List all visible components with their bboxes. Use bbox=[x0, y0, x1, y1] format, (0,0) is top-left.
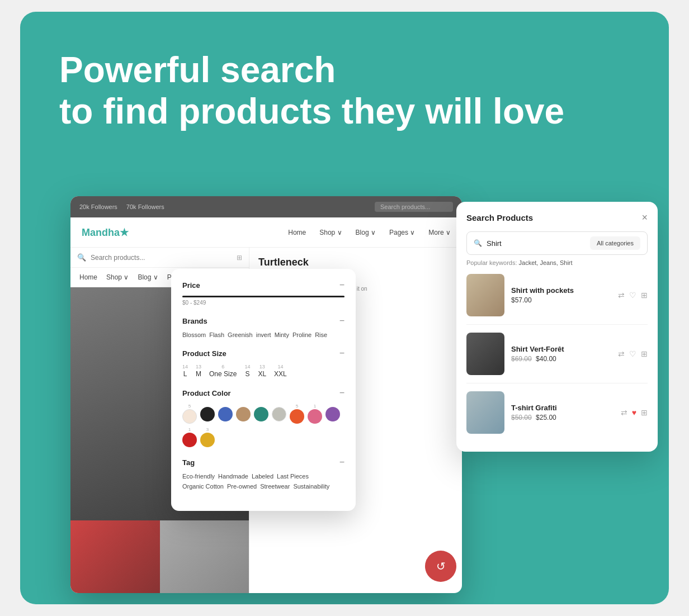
tag-sustainability[interactable]: Sustainability bbox=[293, 483, 329, 490]
subnav-home[interactable]: Home bbox=[79, 273, 97, 281]
tag-streetwear[interactable]: Streetwear bbox=[260, 483, 290, 490]
subnav-blog[interactable]: Blog ∨ bbox=[138, 273, 158, 281]
bottom-img-1 bbox=[70, 520, 160, 593]
search-panel-input[interactable] bbox=[487, 239, 586, 248]
wishlist-icon[interactable]: ♡ bbox=[629, 291, 636, 300]
size-filter-s[interactable]: 14S bbox=[244, 364, 250, 378]
brand-greenish[interactable]: Greenish bbox=[228, 331, 253, 338]
product-price-2: $69.00 $40.00 bbox=[511, 355, 611, 363]
color-pink[interactable]: 1 bbox=[308, 404, 322, 424]
store-bottom-images bbox=[70, 520, 249, 593]
color-blue[interactable] bbox=[218, 406, 233, 421]
subnav-shop[interactable]: Shop ∨ bbox=[106, 273, 129, 281]
options-icon-2[interactable]: ⊞ bbox=[641, 349, 648, 358]
divider-1 bbox=[466, 324, 648, 325]
search-result-3[interactable]: T-shirt Grafiti $50.00 $25.00 ⇄ ♥ ⊞ bbox=[466, 391, 648, 434]
product-info-3: T-shirt Grafiti $50.00 $25.00 bbox=[511, 404, 614, 421]
search-panel-search-row[interactable]: 🔍 All categories bbox=[466, 231, 648, 255]
compare-icon-3[interactable]: ⇄ bbox=[621, 408, 627, 417]
brand-flash[interactable]: Flash bbox=[209, 331, 224, 338]
price-range-fill bbox=[182, 296, 344, 297]
close-icon[interactable]: × bbox=[641, 212, 648, 224]
options-icon[interactable]: ⊞ bbox=[641, 291, 648, 300]
product-price-3: $50.00 $25.00 bbox=[511, 414, 614, 421]
size-filter-xxl[interactable]: 14XXL bbox=[274, 364, 287, 378]
tag-labeled[interactable]: Labeled bbox=[252, 473, 273, 480]
tag-last-pieces[interactable]: Last Pieces bbox=[277, 473, 309, 480]
filter-color-toggle[interactable]: − bbox=[339, 388, 344, 398]
tags-list: Eco-friendly Handmade Labeled Last Piece… bbox=[182, 473, 344, 490]
color-black[interactable] bbox=[200, 406, 215, 421]
search-result-1[interactable]: Shirt with pockets $57.00 ⇄ ♡ ⊞ bbox=[466, 274, 648, 316]
social-followers: 20k Followers 70k Followers bbox=[79, 203, 164, 210]
color-tan[interactable] bbox=[236, 406, 251, 421]
filter-color-title: Product Color bbox=[182, 389, 231, 397]
compare-icon-2[interactable]: ⇄ bbox=[618, 349, 625, 358]
filter-tag: Tag − Eco-friendly Handmade Labeled Last… bbox=[182, 457, 344, 490]
product-name-3: T-shirt Grafiti bbox=[511, 404, 614, 412]
color-purple[interactable] bbox=[325, 406, 340, 421]
price-range-labels: $0 - $249 bbox=[182, 300, 344, 306]
brand-minty[interactable]: Minty bbox=[275, 331, 289, 338]
tag-eco[interactable]: Eco-friendly bbox=[182, 473, 215, 480]
topbar-search[interactable]: Search products... bbox=[375, 202, 453, 212]
search-icon: 🔍 bbox=[77, 253, 86, 262]
filter-size-title: Product Size bbox=[182, 349, 226, 358]
filter-color-header: Product Color − bbox=[182, 388, 344, 398]
filter-size-toggle[interactable]: − bbox=[339, 348, 344, 358]
filter-price-toggle[interactable]: − bbox=[339, 280, 344, 290]
color-beige[interactable]: 5 bbox=[182, 404, 197, 424]
nav-more[interactable]: More ∨ bbox=[428, 229, 451, 236]
product-price-1: $57.00 bbox=[511, 296, 611, 304]
product-actions-1: ⇄ ♡ ⊞ bbox=[618, 291, 648, 300]
store-logo: Mandha★ bbox=[82, 226, 129, 239]
hero-title: Powerful search to find products they wi… bbox=[59, 50, 630, 132]
brand-proline[interactable]: Proline bbox=[292, 331, 312, 338]
tag-preowned[interactable]: Pre-owned bbox=[227, 483, 257, 490]
search-panel-title: Search Products bbox=[466, 213, 533, 222]
brand-blossom[interactable]: Blossom bbox=[182, 331, 206, 338]
product-image-1 bbox=[466, 274, 504, 316]
filter-brands-toggle[interactable]: − bbox=[339, 316, 344, 326]
size-filter-l[interactable]: 14L bbox=[182, 364, 188, 378]
product-title: Turtleneck bbox=[258, 257, 453, 268]
color-teal[interactable] bbox=[254, 406, 268, 421]
wishlist-icon-2[interactable]: ♡ bbox=[629, 349, 636, 358]
category-dropdown[interactable]: All categories bbox=[590, 236, 640, 250]
outer-card: Powerful search to find products they wi… bbox=[20, 12, 669, 604]
store-topbar: 20k Followers 70k Followers Search produ… bbox=[70, 196, 462, 217]
color-orange[interactable]: 5 bbox=[290, 404, 304, 424]
nav-pages[interactable]: Pages ∨ bbox=[389, 229, 415, 236]
options-icon-3[interactable]: ⊞ bbox=[641, 408, 648, 417]
filter-size-header: Product Size − bbox=[182, 348, 344, 358]
bottom-img-2 bbox=[160, 520, 249, 593]
nav-blog[interactable]: Blog ∨ bbox=[356, 229, 376, 236]
color-yellow[interactable]: 3 bbox=[200, 427, 215, 447]
store-search-bar[interactable]: 🔍 ⊞ bbox=[70, 248, 249, 268]
search-icon: 🔍 bbox=[474, 239, 482, 247]
brand-invert[interactable]: invert bbox=[256, 331, 271, 338]
search-panel-header: Search Products × bbox=[466, 212, 648, 224]
search-result-2[interactable]: Shirt Vert-Forêt $69.00 $40.00 ⇄ ♡ ⊞ bbox=[466, 333, 648, 375]
color-red[interactable]: 1 bbox=[182, 427, 197, 447]
color-silver[interactable] bbox=[272, 406, 286, 421]
filter-price-header: Price − bbox=[182, 280, 344, 290]
filter-panel: Price − $0 - $249 Brands − Blossom Flash… bbox=[171, 269, 356, 511]
filter-tag-toggle[interactable]: − bbox=[339, 457, 344, 467]
wishlist-icon-3[interactable]: ♥ bbox=[632, 408, 636, 417]
product-badge: ↺ bbox=[425, 551, 456, 582]
size-filter-list: 14L 13M 6One Size 14S 13XL 14XXL bbox=[182, 364, 344, 378]
nav-shop[interactable]: Shop ∨ bbox=[319, 229, 342, 236]
brand-rise[interactable]: Rise bbox=[315, 331, 327, 338]
filter-price: Price − $0 - $249 bbox=[182, 280, 344, 306]
tag-handmade[interactable]: Handmade bbox=[218, 473, 248, 480]
compare-icon[interactable]: ⇄ bbox=[618, 291, 625, 300]
search-submit-icon[interactable]: ⊞ bbox=[237, 254, 242, 262]
filter-brands-header: Brands − bbox=[182, 316, 344, 326]
nav-home[interactable]: Home bbox=[288, 229, 306, 236]
tag-organic[interactable]: Organic Cotton bbox=[182, 483, 224, 490]
size-filter-xl[interactable]: 13XL bbox=[258, 364, 266, 378]
size-filter-one-size[interactable]: 6One Size bbox=[209, 364, 237, 378]
search-input[interactable] bbox=[91, 254, 232, 262]
size-filter-m[interactable]: 13M bbox=[196, 364, 201, 378]
